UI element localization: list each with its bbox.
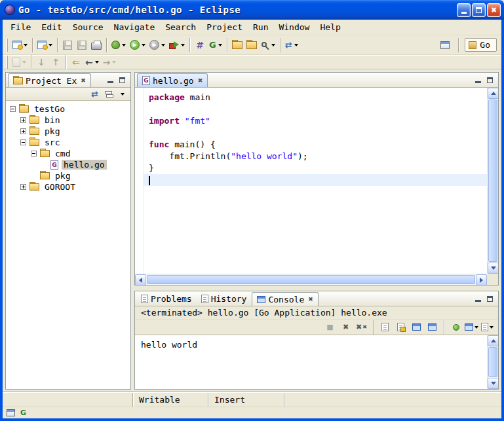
link-with-editor-button[interactable]: ⇄ [90, 90, 99, 98]
maximize-window-button[interactable] [472, 3, 486, 17]
go-perspective-button[interactable]: Go [465, 38, 497, 52]
editor-vertical-scrollbar[interactable] [487, 88, 498, 274]
open-console-button[interactable] [480, 321, 494, 334]
pin-console-button[interactable] [449, 321, 463, 334]
collapse-expander-icon[interactable] [20, 139, 26, 145]
tab-history[interactable]: History [197, 292, 252, 306]
scroll-up-button[interactable] [488, 335, 498, 346]
tree-item-cmd[interactable]: cmd [6, 148, 130, 159]
search-button[interactable] [259, 37, 277, 53]
scroll-down-button[interactable] [488, 263, 498, 274]
back-button[interactable]: ← [83, 54, 101, 70]
expand-expander-icon[interactable] [20, 184, 26, 190]
scroll-right-button[interactable] [476, 274, 487, 285]
menu-search[interactable]: Search [160, 21, 201, 33]
tab-problems[interactable]: Problems [136, 292, 197, 306]
save-all-button[interactable] [75, 37, 89, 53]
minimize-view-button[interactable] [474, 76, 482, 84]
menu-window[interactable]: Window [273, 21, 315, 33]
debug-button[interactable] [109, 37, 128, 53]
menu-file[interactable]: File [5, 21, 36, 33]
toolbar-drag-handle[interactable] [6, 39, 8, 52]
run-button[interactable]: ▶ [128, 37, 147, 53]
tab-close-icon[interactable]: ✖ [307, 296, 313, 302]
scrollbar-thumb[interactable] [488, 100, 497, 262]
close-window-button[interactable]: ✖ [487, 3, 501, 17]
previous-annotation-button[interactable]: ↑ [48, 54, 63, 70]
maximize-view-button[interactable] [486, 295, 494, 303]
show-console-on-output-button[interactable] [425, 321, 439, 334]
console-vertical-scrollbar[interactable] [487, 335, 498, 389]
scrollbar-thumb[interactable] [147, 275, 475, 284]
expand-expander-icon[interactable] [20, 117, 26, 123]
tree-item-bin[interactable]: bin [6, 115, 130, 126]
new-go-app-button[interactable]: # [193, 37, 207, 53]
tab-console[interactable]: Console ✖ [252, 292, 318, 306]
tab-close-icon[interactable]: ✖ [79, 77, 86, 84]
go-tools-button[interactable]: G [207, 37, 224, 53]
forward-button[interactable]: → [101, 54, 119, 70]
collapse-all-button[interactable] [104, 90, 113, 98]
run-history-button[interactable]: ▶ [147, 37, 167, 53]
scroll-lock-button[interactable] [394, 321, 408, 334]
toolbar-drag-handle[interactable] [6, 56, 8, 69]
tree-item-pkg[interactable]: pkg [6, 126, 130, 137]
clear-console-button[interactable] [378, 321, 392, 334]
save-button[interactable] [60, 37, 75, 53]
tree-item-hello-go[interactable]: G hello.go [6, 159, 130, 170]
menu-navigate[interactable]: Navigate [109, 21, 161, 33]
next-annotation-button[interactable]: ↓ [34, 54, 48, 70]
new-wizard-button[interactable] [10, 37, 29, 53]
code-token-keyword: import [149, 116, 180, 126]
minimize-view-icon [107, 78, 113, 83]
project-tree[interactable]: testGo bin pkg src [6, 101, 130, 389]
code-area[interactable]: package main import "fmt" func main() { … [144, 88, 487, 274]
tree-item-pkg-src[interactable]: pkg [6, 170, 130, 181]
editor-horizontal-scrollbar[interactable] [135, 274, 487, 285]
open-resource-button[interactable] [230, 37, 244, 53]
word-wrap-button[interactable] [410, 321, 423, 334]
tab-project-explorer[interactable]: Project Ex ✖ [8, 73, 91, 87]
collapse-expander-icon[interactable] [10, 106, 16, 112]
titlebar[interactable]: Go - testGo/src/cmd/hello.go - Eclipse ✖ [0, 0, 504, 20]
tab-close-icon[interactable]: ✖ [197, 77, 203, 84]
minimize-view-button[interactable] [106, 76, 115, 84]
scroll-down-button[interactable] [488, 378, 498, 389]
maximize-view-button[interactable] [486, 76, 494, 84]
display-console-button[interactable] [465, 321, 478, 334]
scrollbar-corner [487, 274, 498, 285]
menu-source[interactable]: Source [68, 21, 109, 33]
print-button[interactable] [89, 37, 104, 53]
go-trim-button[interactable]: G [19, 409, 28, 417]
console-output-area[interactable]: hello world [135, 335, 498, 389]
scrollbar-thumb[interactable] [488, 347, 497, 377]
sync-button[interactable]: ⇄ [283, 37, 300, 53]
remove-launch-button[interactable]: ✖ [339, 321, 353, 334]
minimize-view-button[interactable] [474, 295, 482, 303]
collapse-expander-icon[interactable] [31, 151, 37, 156]
scroll-up-button[interactable] [488, 88, 498, 99]
menu-edit[interactable]: Edit [36, 21, 67, 33]
minimize-window-button[interactable] [457, 3, 471, 17]
terminate-button[interactable]: ■ [323, 321, 337, 334]
menu-help[interactable]: Help [315, 21, 345, 33]
menu-project[interactable]: Project [201, 21, 248, 33]
remove-all-launches-button[interactable]: ✖✖ [355, 321, 368, 334]
external-tools-button[interactable] [167, 37, 187, 53]
scroll-left-button[interactable] [135, 274, 146, 285]
tree-item-testgo[interactable]: testGo [6, 103, 130, 115]
fast-view-button[interactable] [7, 409, 15, 417]
tree-item-src[interactable]: src [6, 137, 130, 148]
last-edit-location-button[interactable]: ⇐ [69, 54, 83, 70]
expand-expander-icon[interactable] [20, 128, 26, 134]
view-menu-button[interactable] [118, 90, 126, 98]
tree-item-goroot[interactable]: GOROOT [6, 181, 130, 192]
annotation-ruler[interactable] [135, 88, 144, 274]
tab-hello-go[interactable]: G hello.go ✖ [137, 73, 208, 87]
open-perspective-button[interactable] [438, 37, 452, 53]
open-project-button[interactable] [244, 37, 259, 53]
menu-run[interactable]: Run [248, 21, 273, 33]
new-go-element-button[interactable] [35, 37, 54, 53]
maximize-view-button[interactable] [118, 76, 126, 84]
annotation-nav-button[interactable] [10, 54, 28, 70]
